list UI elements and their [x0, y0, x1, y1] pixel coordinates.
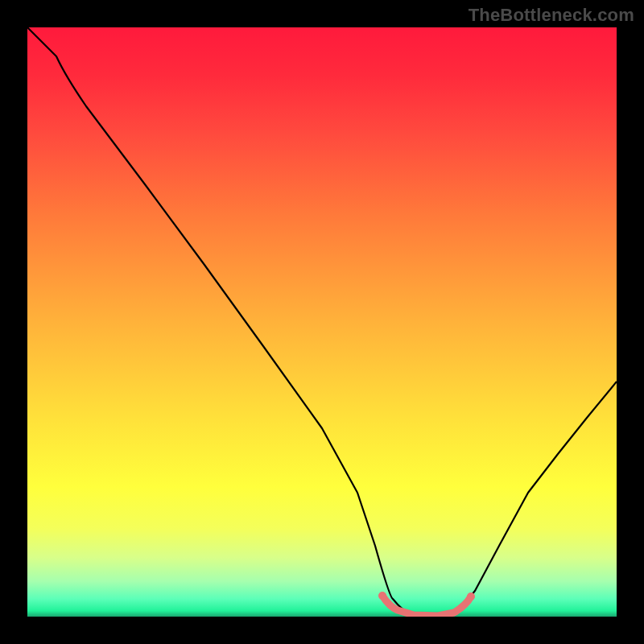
plot-area [27, 27, 617, 617]
watermark-text: TheBottleneck.com [469, 5, 634, 26]
chart-frame: TheBottleneck.com [0, 0, 644, 644]
flat-bottom-end-right [467, 592, 475, 601]
flat-bottom-end-left [378, 592, 386, 600]
curve-overlay [27, 27, 617, 617]
bottleneck-curve [27, 27, 617, 616]
flat-bottom-marker [382, 596, 471, 616]
